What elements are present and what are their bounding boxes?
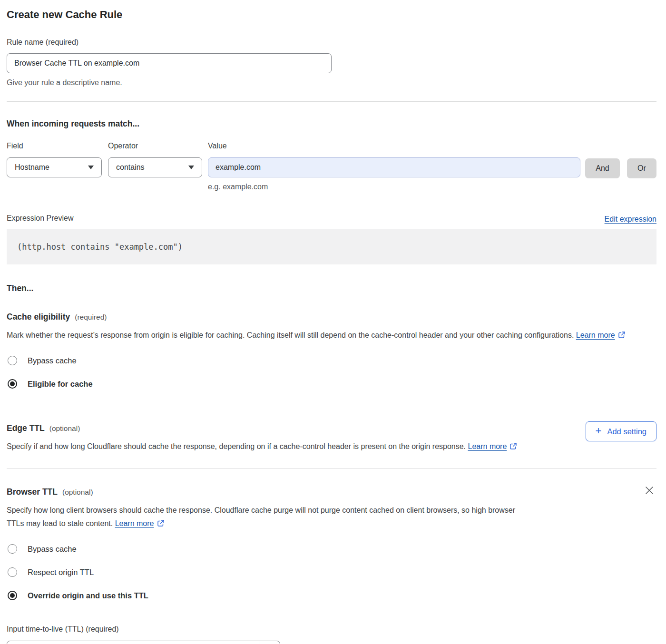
expression-preview-label: Expression Preview	[7, 213, 74, 224]
then-heading: Then...	[7, 283, 656, 294]
radio-circle-icon	[8, 544, 17, 554]
browser-ttl-qualifier: (optional)	[62, 488, 93, 497]
close-icon	[644, 485, 655, 496]
plus-icon: +	[596, 426, 602, 436]
external-link-icon	[618, 332, 626, 340]
browser-ttl-heading-row: Browser TTL (optional)	[7, 486, 525, 498]
external-link-icon	[157, 520, 165, 528]
cache-eligibility-learn-more-link[interactable]: Learn more	[576, 331, 615, 339]
radio-label: Bypass cache	[28, 545, 77, 554]
operator-column: Operator contains	[108, 141, 208, 177]
browser-ttl-description-text: Specify how long client browsers should …	[7, 506, 515, 527]
browser-ttl-heading: Browser TTL	[7, 486, 58, 498]
browser-ttl-learn-more-link[interactable]: Learn more	[115, 519, 154, 527]
edge-ttl-learn-more-link[interactable]: Learn more	[468, 442, 507, 450]
browser-ttl-content: Browser TTL (optional) Specify how long …	[7, 469, 525, 644]
radio-respect-origin-ttl[interactable]: Respect origin TTL	[7, 567, 525, 577]
ttl-input-label: Input time-to-live (TTL) (required)	[7, 624, 525, 634]
edge-ttl-qualifier: (optional)	[49, 424, 80, 433]
browser-ttl-description: Specify how long client browsers should …	[7, 504, 525, 530]
match-section-heading: When incoming requests match...	[7, 118, 656, 129]
or-button[interactable]: Or	[627, 158, 656, 178]
radio-bypass-cache[interactable]: Bypass cache	[7, 356, 656, 365]
rule-name-helper: Give your rule a descriptive name.	[7, 78, 656, 88]
edge-ttl-heading-row: Edge TTL (optional)	[7, 422, 517, 434]
value-label: Value	[208, 141, 580, 151]
edge-ttl-content: Edge TTL (optional) Specify if and how l…	[7, 405, 517, 453]
radio-label: Override origin and use this TTL	[28, 591, 148, 600]
ttl-select-value: 1 day	[7, 641, 259, 644]
rule-name-label: Rule name (required)	[7, 38, 78, 46]
cache-eligibility-heading-row: Cache eligibility (required)	[7, 311, 656, 322]
radio-eligible-for-cache[interactable]: Eligible for cache	[7, 379, 656, 389]
field-column: Field Hostname	[7, 141, 108, 177]
operator-label: Operator	[108, 141, 208, 151]
radio-label: Respect origin TTL	[28, 568, 94, 577]
edit-expression-link[interactable]: Edit expression	[605, 215, 656, 224]
radio-browser-bypass-cache[interactable]: Bypass cache	[7, 544, 525, 554]
cache-eligibility-heading: Cache eligibility	[7, 311, 70, 322]
field-select[interactable]: Hostname	[7, 157, 102, 177]
radio-circle-icon	[8, 591, 17, 600]
divider	[7, 101, 656, 102]
create-cache-rule-form: Create new Cache Rule Rule name (require…	[0, 0, 666, 644]
ttl-select-caret-cell[interactable]	[259, 641, 280, 644]
add-setting-label: Add setting	[607, 427, 646, 436]
ttl-select[interactable]: 1 day	[7, 641, 280, 644]
value-input[interactable]	[208, 157, 580, 177]
and-or-buttons: And Or	[585, 158, 656, 178]
radio-override-origin-ttl[interactable]: Override origin and use this TTL	[7, 591, 525, 600]
rule-name-input[interactable]	[7, 53, 332, 73]
field-label: Field	[7, 141, 108, 151]
external-link-icon	[509, 443, 517, 451]
cache-eligibility-description: Mark whether the request’s response from…	[7, 329, 649, 342]
expression-code-block: (http.host contains "example.com")	[7, 229, 656, 264]
rule-name-section: Rule name (required) Give your rule a de…	[7, 37, 656, 88]
add-setting-button[interactable]: + Add setting	[586, 421, 656, 441]
radio-circle-icon	[8, 356, 17, 365]
and-button[interactable]: And	[585, 158, 620, 178]
operator-select-value: contains	[116, 163, 145, 172]
match-condition-row: Field Hostname Operator contains Value e…	[7, 141, 656, 192]
page-title: Create new Cache Rule	[7, 8, 656, 22]
close-browser-ttl-button[interactable]	[642, 483, 656, 498]
radio-circle-icon	[8, 567, 17, 577]
cache-eligibility-qualifier: (required)	[75, 313, 107, 322]
chevron-down-icon	[188, 166, 194, 169]
value-helper: e.g. example.com	[208, 182, 580, 192]
edge-ttl-section: Edge TTL (optional) Specify if and how l…	[7, 405, 656, 453]
radio-circle-icon	[8, 379, 17, 389]
radio-label: Eligible for cache	[28, 380, 93, 389]
chevron-down-icon	[88, 166, 94, 169]
expression-preview-row: Expression Preview Edit expression	[7, 213, 656, 224]
edge-ttl-heading: Edge TTL	[7, 422, 45, 434]
radio-label: Bypass cache	[28, 356, 77, 365]
value-column: Value e.g. example.com	[208, 141, 580, 192]
edge-ttl-description: Specify if and how long Cloudflare shoul…	[7, 440, 517, 453]
cache-eligibility-section: Cache eligibility (required) Mark whethe…	[7, 311, 656, 389]
edge-ttl-description-text: Specify if and how long Cloudflare shoul…	[7, 442, 466, 450]
browser-ttl-section: Browser TTL (optional) Specify how long …	[7, 469, 656, 644]
operator-select[interactable]: contains	[108, 157, 202, 177]
field-select-value: Hostname	[15, 163, 49, 172]
cache-eligibility-description-text: Mark whether the request’s response from…	[7, 331, 574, 339]
